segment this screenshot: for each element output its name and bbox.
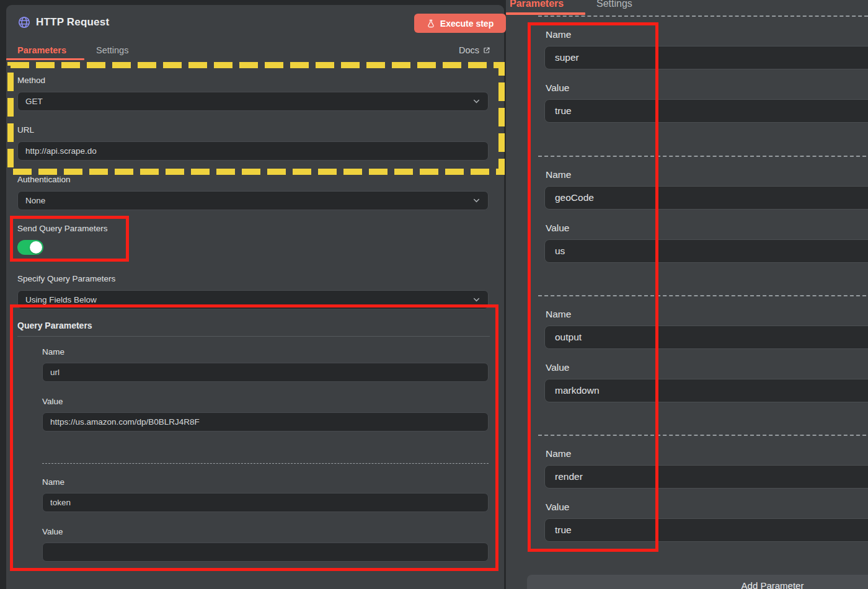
- tab-parameters[interactable]: Parameters: [510, 0, 564, 9]
- param-value-input[interactable]: markdown: [544, 379, 868, 402]
- param-value-label: Value: [42, 527, 63, 536]
- authentication-label: Authentication: [17, 175, 71, 184]
- param-name-value: super: [555, 52, 579, 63]
- param-name-input[interactable]: url: [42, 363, 489, 382]
- param-name-input[interactable]: output: [544, 326, 868, 349]
- method-label: Method: [17, 76, 45, 85]
- authentication-value: None: [25, 196, 472, 205]
- param-separator: [538, 435, 868, 436]
- page-title: HTTP Request: [36, 16, 109, 29]
- specify-query-parameters-label: Specify Query Parameters: [17, 274, 115, 283]
- method-value: GET: [25, 97, 472, 106]
- param-separator: [538, 156, 868, 157]
- send-query-parameters-label: Send Query Parameters: [17, 224, 108, 233]
- authentication-select[interactable]: None: [17, 191, 489, 210]
- param-name-input[interactable]: super: [544, 46, 868, 69]
- execute-step-label: Execute step: [440, 19, 494, 29]
- param-name-value: render: [555, 471, 583, 482]
- param-value-input[interactable]: true: [544, 99, 868, 123]
- param-name-input[interactable]: render: [544, 465, 868, 489]
- param-name-label: Name: [546, 29, 571, 40]
- query-parameters-section-header: Query Parameters: [17, 321, 490, 337]
- param-name-label: Name: [546, 448, 571, 459]
- param-name-label: Name: [42, 477, 64, 487]
- screenshot-root: HTTP Request Execute step Parameters Set…: [0, 0, 868, 589]
- execute-step-button[interactable]: Execute step: [414, 14, 506, 33]
- param-name-input[interactable]: token: [42, 493, 489, 512]
- url-value: http://api.scrape.do: [25, 146, 480, 156]
- specify-query-parameters-select[interactable]: Using Fields Below: [17, 290, 489, 309]
- external-link-icon: [483, 46, 490, 54]
- docs-label: Docs: [459, 45, 479, 55]
- param-value-label: Value: [546, 82, 570, 94]
- toggle-knob: [30, 241, 42, 254]
- param-value-label: Value: [42, 397, 63, 406]
- url-label: URL: [17, 125, 34, 135]
- globe-icon: [17, 16, 31, 32]
- param-name-label: Name: [42, 347, 64, 356]
- tab-settings[interactable]: Settings: [596, 0, 632, 9]
- param-value-label: Value: [546, 502, 570, 513]
- param-value-value: true: [555, 105, 572, 117]
- add-parameter-button[interactable]: Add Parameter: [527, 575, 868, 589]
- param-name-value: output: [555, 332, 582, 343]
- param-value-value: true: [555, 525, 572, 536]
- param-separator: [42, 463, 489, 464]
- param-value-value: us: [555, 246, 565, 257]
- param-name-value: token: [50, 498, 480, 507]
- param-name-label: Name: [546, 309, 571, 320]
- docs-link[interactable]: Docs: [459, 45, 490, 55]
- http-request-node-panel: HTTP Request Execute step Parameters Set…: [6, 5, 504, 589]
- tab-parameters[interactable]: Parameters: [17, 45, 66, 55]
- send-query-parameters-toggle[interactable]: [17, 240, 43, 255]
- param-value-value: markdown: [555, 385, 600, 396]
- add-parameter-label: Add Parameter: [742, 580, 804, 589]
- param-name-label: Name: [546, 169, 571, 180]
- active-tab-underline: [506, 12, 585, 15]
- specify-query-parameters-value: Using Fields Below: [25, 295, 472, 304]
- param-value-input[interactable]: us: [544, 239, 868, 263]
- flask-icon: [427, 19, 435, 28]
- param-value-label: Value: [546, 223, 570, 234]
- zoomed-parameters-panel: Parameters Settings Name super Value tru…: [506, 0, 868, 589]
- param-value-value: https://us.amazon.com/dp/B0BLRJ4R8F: [50, 417, 480, 427]
- param-separator: [538, 16, 868, 17]
- active-tab-underline: [6, 58, 84, 60]
- chevron-down-icon: [472, 97, 480, 105]
- param-value-input[interactable]: https://us.amazon.com/dp/B0BLRJ4R8F: [42, 412, 489, 432]
- url-input[interactable]: http://api.scrape.do: [17, 141, 489, 161]
- param-value-input[interactable]: [42, 542, 489, 562]
- param-separator: [538, 295, 868, 296]
- param-value-input[interactable]: true: [544, 518, 868, 542]
- method-select[interactable]: GET: [17, 92, 489, 111]
- param-value-label: Value: [546, 362, 570, 373]
- tab-settings[interactable]: Settings: [96, 45, 128, 55]
- chevron-down-icon: [472, 197, 480, 205]
- param-name-value: geoCode: [555, 192, 594, 203]
- param-name-value: url: [50, 368, 480, 377]
- param-name-input[interactable]: geoCode: [544, 186, 868, 210]
- chevron-down-icon: [472, 296, 480, 304]
